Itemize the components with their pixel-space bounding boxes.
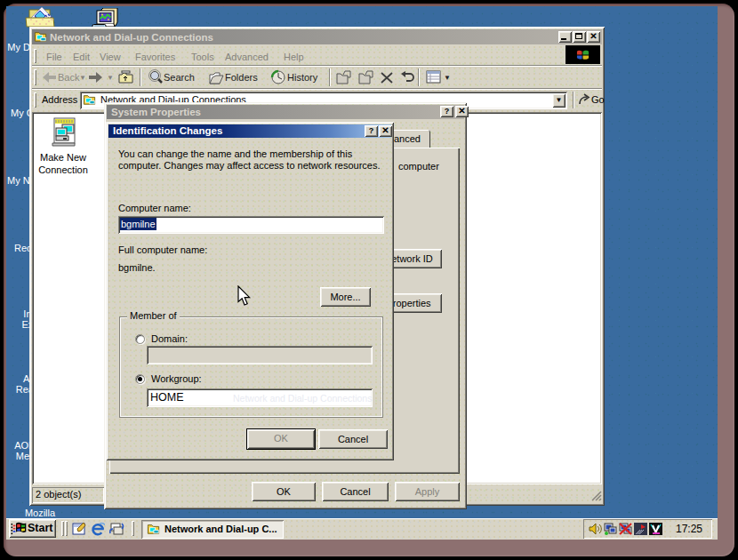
- svg-text:Back: Back: [58, 72, 80, 83]
